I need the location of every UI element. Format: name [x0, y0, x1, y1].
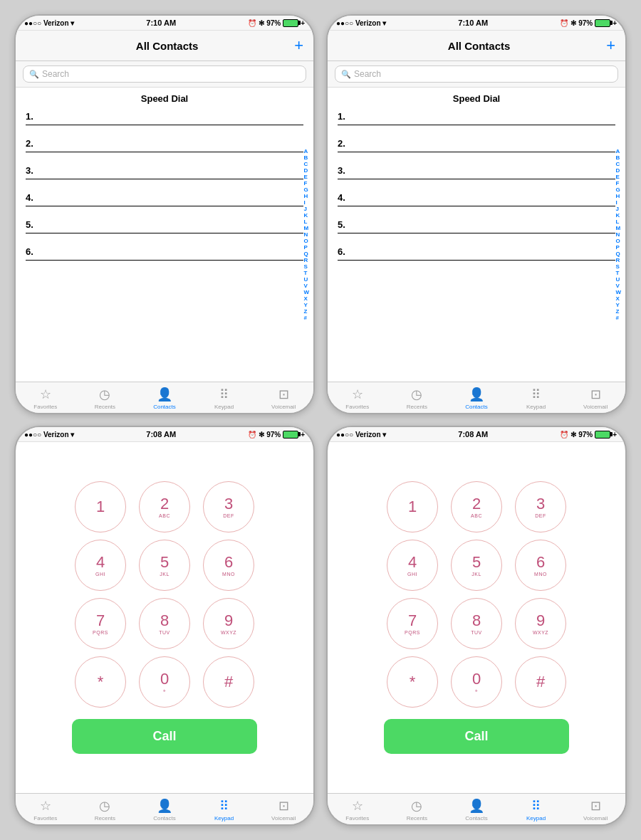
tab-contacts[interactable]: 👤 Contacts	[147, 798, 182, 821]
tab-recents[interactable]: ◷ Recents	[87, 798, 123, 821]
alpha-letter-#[interactable]: #	[615, 315, 621, 321]
tab-favorites[interactable]: ☆ Favorites	[340, 387, 375, 410]
speed-dial-item-3[interactable]: 3.	[26, 165, 303, 179]
alpha-letter-W[interactable]: W	[615, 289, 621, 295]
alpha-letter-U[interactable]: U	[303, 276, 309, 283]
search-bar[interactable]: 🔍 Search	[335, 65, 618, 83]
alpha-letter-Q[interactable]: Q	[303, 251, 309, 257]
alpha-letter-H[interactable]: H	[615, 193, 621, 199]
alpha-letter-X[interactable]: X	[615, 295, 621, 302]
tab-voicemail[interactable]: ⊡ Voicemail	[266, 798, 301, 821]
alpha-letter-B[interactable]: B	[615, 154, 621, 161]
key-button-9[interactable]: 9 WXYZ	[203, 598, 254, 649]
speed-dial-item-6[interactable]: 6.	[26, 246, 303, 261]
alpha-letter-G[interactable]: G	[615, 187, 621, 193]
tab-recents[interactable]: ◷ Recents	[87, 387, 123, 410]
speed-dial-item-4[interactable]: 4.	[338, 192, 615, 206]
key-button-4[interactable]: 4 GHI	[75, 540, 126, 591]
key-button-1[interactable]: 1	[75, 481, 126, 532]
alpha-letter-F[interactable]: F	[303, 180, 309, 187]
call-button[interactable]: Call	[72, 719, 257, 754]
key-button-9[interactable]: 9 WXYZ	[515, 598, 566, 649]
alphabet-index[interactable]: ABCDEFGHIJKLMNOPQRSTUVWXYZ#	[301, 88, 312, 382]
alpha-letter-J[interactable]: J	[303, 206, 309, 212]
tab-voicemail[interactable]: ⊡ Voicemail	[578, 798, 613, 821]
alpha-letter-E[interactable]: E	[303, 174, 309, 180]
speed-dial-item-5[interactable]: 5.	[338, 219, 615, 233]
alpha-letter-P[interactable]: P	[303, 244, 309, 251]
alpha-letter-J[interactable]: J	[615, 206, 621, 212]
tab-contacts[interactable]: 👤 Contacts	[147, 387, 182, 410]
speed-dial-item-2[interactable]: 2.	[338, 138, 615, 152]
alpha-letter-M[interactable]: M	[303, 225, 309, 231]
alpha-letter-P[interactable]: P	[615, 244, 621, 251]
alphabet-index[interactable]: ABCDEFGHIJKLMNOPQRSTUVWXYZ#	[613, 88, 624, 382]
alpha-letter-B[interactable]: B	[303, 154, 309, 161]
alpha-letter-T[interactable]: T	[303, 270, 309, 276]
alpha-letter-H[interactable]: H	[303, 193, 309, 199]
alpha-letter-R[interactable]: R	[303, 257, 309, 263]
alpha-letter-A[interactable]: A	[303, 148, 309, 154]
alpha-letter-S[interactable]: S	[615, 263, 621, 270]
alpha-letter-C[interactable]: C	[303, 161, 309, 167]
alpha-letter-X[interactable]: X	[303, 295, 309, 302]
alpha-letter-D[interactable]: D	[615, 167, 621, 174]
tab-contacts[interactable]: 👤 Contacts	[459, 387, 494, 410]
key-button-3[interactable]: 3 DEF	[203, 481, 254, 532]
speed-dial-item-1[interactable]: 1.	[26, 111, 303, 125]
key-button-4[interactable]: 4 GHI	[387, 540, 438, 591]
alpha-letter-O[interactable]: O	[615, 238, 621, 244]
key-button-2[interactable]: 2 ABC	[139, 481, 190, 532]
alpha-letter-K[interactable]: K	[615, 212, 621, 219]
alpha-letter-L[interactable]: L	[303, 219, 309, 225]
key-button-2[interactable]: 2 ABC	[451, 481, 502, 532]
key-button-6[interactable]: 6 MNO	[515, 540, 566, 591]
alpha-letter-W[interactable]: W	[303, 289, 309, 295]
alpha-letter-T[interactable]: T	[615, 270, 621, 276]
alpha-letter-Z[interactable]: Z	[615, 308, 621, 315]
alpha-letter-Z[interactable]: Z	[303, 308, 309, 315]
tab-keypad[interactable]: ⠿ Keypad	[518, 798, 554, 821]
key-button-5[interactable]: 5 JKL	[139, 540, 190, 591]
speed-dial-item-4[interactable]: 4.	[26, 192, 303, 206]
speed-dial-item-6[interactable]: 6.	[338, 246, 615, 261]
alpha-letter-R[interactable]: R	[615, 257, 621, 263]
alpha-letter-Y[interactable]: Y	[615, 302, 621, 308]
key-button-8[interactable]: 8 TUV	[139, 598, 190, 649]
alpha-letter-N[interactable]: N	[615, 231, 621, 238]
tab-favorites[interactable]: ☆ Favorites	[28, 798, 63, 821]
alpha-letter-V[interactable]: V	[615, 283, 621, 289]
key-button-7[interactable]: 7 PQRS	[75, 598, 126, 649]
speed-dial-item-5[interactable]: 5.	[26, 219, 303, 233]
alpha-letter-K[interactable]: K	[303, 212, 309, 219]
alpha-letter-N[interactable]: N	[303, 231, 309, 238]
speed-dial-item-3[interactable]: 3.	[338, 165, 615, 179]
key-button-6[interactable]: 6 MNO	[203, 540, 254, 591]
alpha-letter-V[interactable]: V	[303, 283, 309, 289]
alpha-letter-A[interactable]: A	[615, 148, 621, 154]
tab-contacts[interactable]: 👤 Contacts	[459, 798, 494, 821]
key-button-#[interactable]: #	[203, 656, 254, 708]
tab-recents[interactable]: ◷ Recents	[399, 387, 434, 410]
alpha-letter-G[interactable]: G	[303, 187, 309, 193]
speed-dial-item-2[interactable]: 2.	[26, 138, 303, 152]
alpha-letter-E[interactable]: E	[615, 174, 621, 180]
key-button-#[interactable]: #	[515, 656, 566, 708]
key-button-*[interactable]: *	[75, 656, 126, 708]
add-contact-button[interactable]: +	[606, 36, 615, 55]
alpha-letter-I[interactable]: I	[303, 199, 309, 206]
alpha-letter-I[interactable]: I	[615, 199, 621, 206]
key-button-5[interactable]: 5 JKL	[451, 540, 502, 591]
alpha-letter-Y[interactable]: Y	[303, 302, 309, 308]
tab-recents[interactable]: ◷ Recents	[399, 798, 434, 821]
key-button-1[interactable]: 1	[387, 481, 438, 532]
alpha-letter-C[interactable]: C	[615, 161, 621, 167]
tab-favorites[interactable]: ☆ Favorites	[340, 798, 375, 821]
alpha-letter-F[interactable]: F	[615, 180, 621, 187]
alpha-letter-U[interactable]: U	[615, 276, 621, 283]
tab-keypad[interactable]: ⠿ Keypad	[207, 798, 242, 821]
alpha-letter-S[interactable]: S	[303, 263, 309, 270]
alpha-letter-L[interactable]: L	[615, 219, 621, 225]
tab-voicemail[interactable]: ⊡ Voicemail	[578, 387, 613, 410]
tab-keypad[interactable]: ⠿ Keypad	[207, 387, 242, 410]
